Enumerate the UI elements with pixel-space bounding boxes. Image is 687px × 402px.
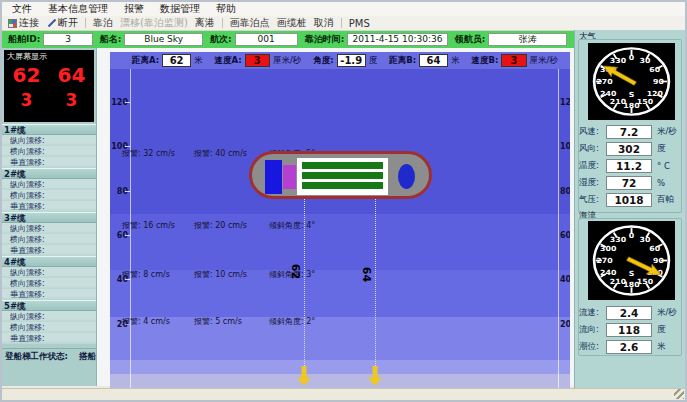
cable-group-2: 2#缆 纵向漂移: 横向漂移: 垂直漂移: (2, 168, 96, 212)
ship-deck-hatches (297, 158, 388, 195)
pencil-icon (46, 18, 56, 28)
berth-button[interactable]: 靠泊 (93, 16, 113, 30)
draw-berth-point-button[interactable]: 画靠泊点 (230, 16, 270, 30)
svg-text:60: 60 (649, 244, 660, 253)
tick-mark (125, 191, 130, 192)
alarm-threshold-row: 报警: 16 cm/s 报警: 20 cm/s 倾斜角度: 4° (110, 220, 570, 231)
berthing-chart: 距离A: 62 米 速度A: 3 厘米/秒 角度: -1.9 度 距离B: 64… (97, 48, 574, 386)
svg-text:30: 30 (640, 235, 651, 244)
cancel-button[interactable]: 取消 (314, 16, 334, 30)
wind-speed-row: 风速:7.2米/秒 (579, 123, 683, 140)
menu-alarm[interactable]: 报警 (124, 2, 144, 16)
cable-header: 3#缆 (2, 212, 96, 223)
menu-file[interactable]: 文件 (12, 2, 32, 16)
distance-b-label: 距离B: (389, 55, 416, 67)
depart-button[interactable]: 离港 (195, 16, 215, 30)
pilot-label: 领航员: (455, 33, 486, 46)
connect-button[interactable]: 连接 (8, 16, 39, 30)
pressure-row: 气压:1018百帕 (579, 191, 683, 208)
vertical-drift-label: 垂直漂移: (2, 333, 96, 344)
ship-info-bar: 船舶ID: 3 船名: Blue Sky 航次: 001 靠泊时间: 2011-… (2, 31, 574, 48)
disconnect-button[interactable]: 断开 (46, 16, 78, 30)
chart-header-bar: 距离A: 62 米 速度A: 3 厘米/秒 角度: -1.9 度 距离B: 64… (110, 52, 570, 69)
svg-text:270: 270 (596, 77, 612, 85)
lateral-drift-label: 横向漂移: (2, 322, 96, 333)
alarm-b: 报警: 20 cm/s (194, 220, 269, 231)
cable-group-3: 3#缆 纵向漂移: 横向漂移: 垂直漂移: (2, 212, 96, 256)
axis-tick: 60 (560, 231, 570, 240)
alarm-threshold-row: 报警: 4 cm/s 报警: 5 cm/s 倾斜角度: 2° (110, 316, 570, 327)
app-window: 文件 基本信息管理 报警 数据管理 帮助 连接 断开 靠泊 漂移(靠泊监测) 离… (0, 0, 687, 402)
lateral-drift-label: 横向漂移: (2, 278, 96, 289)
voyage-field[interactable]: 001 (235, 33, 298, 46)
cable-header: 4#缆 (2, 256, 96, 267)
vertical-drift-label: 垂直漂移: (2, 201, 96, 212)
tilt-angle: 倾斜角度: 4° (269, 220, 369, 231)
svg-text:120: 120 (647, 89, 663, 97)
lateral-drift-label: 横向漂移: (2, 234, 96, 245)
humidity-row: 湿度:72% (579, 174, 683, 191)
berth-time-field[interactable]: 2011-4-15 10:30:36 (347, 33, 447, 46)
berth-time-label: 靠泊时间: (305, 33, 345, 46)
ship-bridge (265, 160, 282, 194)
svg-text:30: 30 (640, 57, 651, 65)
vertical-drift-label: 垂直漂移: (2, 289, 96, 300)
temperature-row: 温度:11.2° C (579, 157, 683, 174)
ship-id-field[interactable]: 3 (43, 33, 92, 46)
current-direction-gauge: 0 30 60 90 120 150 180 210 240 270 300 3… (588, 221, 675, 300)
speed-b-label: 速度B: (472, 55, 499, 67)
lateral-drift-label: 横向漂移: (2, 146, 96, 157)
svg-text:90: 90 (653, 256, 664, 265)
environment-panel: 大气 0 (574, 30, 685, 398)
alarm-a: 报警: 8 cm/s (122, 269, 194, 280)
distance-b-display: 64 (49, 62, 94, 88)
svg-text:270: 270 (596, 256, 612, 265)
measure-line-a (304, 199, 305, 370)
ship-diagram[interactable] (249, 151, 432, 199)
menu-data[interactable]: 数据管理 (160, 2, 200, 16)
draw-bollard-button[interactable]: 画缆桩 (277, 16, 307, 30)
toolbar-separator (341, 18, 342, 28)
distance-a-display: 62 (4, 62, 49, 88)
ship-bow (398, 164, 415, 189)
svg-text:330: 330 (610, 235, 626, 244)
drift-monitor-button[interactable]: 漂移(靠泊监测) (120, 16, 188, 30)
ship-superstructure (283, 165, 296, 189)
sidebar: 大屏幕显示 62 64 3 3 1#缆 纵向漂移: 横向漂移: 垂直漂移: 2#… (2, 48, 97, 386)
alarm-a: 报警: 32 cm/s (122, 148, 194, 159)
alarm-b: 报警: 5 cm/s (194, 316, 269, 327)
svg-text:210: 210 (610, 98, 626, 106)
measure-line-b (375, 199, 376, 370)
distance-a-unit: 米 (194, 55, 203, 67)
gangway-status-label: 登船梯工作状态: (5, 351, 68, 361)
zone-band (110, 360, 570, 374)
speed-b-alarm-value: 3 (501, 54, 526, 67)
angle-value: -1.9 (337, 54, 366, 67)
ship-name-field[interactable]: Blue Sky (124, 33, 203, 46)
current-speed-row: 流速:2.4米/秒 (579, 304, 683, 321)
longitudinal-drift-label: 纵向漂移: (2, 135, 96, 146)
cable-header: 2#缆 (2, 168, 96, 179)
cable-header: 1#缆 (2, 124, 96, 135)
distance-a-value: 62 (162, 54, 191, 67)
axis-tick: 80 (560, 187, 570, 196)
speed-a-label: 速度A: (215, 55, 242, 67)
speed-a-alarm-value: 3 (245, 54, 270, 67)
current-direction-row: 流向:118度 (579, 321, 683, 338)
menu-basic-info[interactable]: 基本信息管理 (48, 2, 108, 16)
cable-group-4: 4#缆 纵向漂移: 横向漂移: 垂直漂移: (2, 256, 96, 300)
axis-tick: 120 (560, 98, 570, 107)
alarm-b: 报警: 10 cm/s (194, 269, 269, 280)
resize-grip[interactable] (674, 389, 684, 399)
connect-label: 连接 (19, 16, 39, 30)
pilot-field[interactable]: 张涛 (488, 33, 567, 46)
menu-help[interactable]: 帮助 (216, 2, 236, 16)
longitudinal-drift-label: 纵向漂移: (2, 223, 96, 234)
svg-text:60: 60 (649, 65, 660, 73)
gangway-status: 登船梯工作状态: 搭船 (2, 348, 96, 363)
tick-mark (125, 102, 130, 103)
svg-text:0: 0 (629, 232, 634, 241)
pms-button[interactable]: PMS (349, 18, 370, 29)
tick-mark (125, 146, 130, 147)
cable-group-1: 1#缆 纵向漂移: 横向漂移: 垂直漂移: (2, 124, 96, 168)
